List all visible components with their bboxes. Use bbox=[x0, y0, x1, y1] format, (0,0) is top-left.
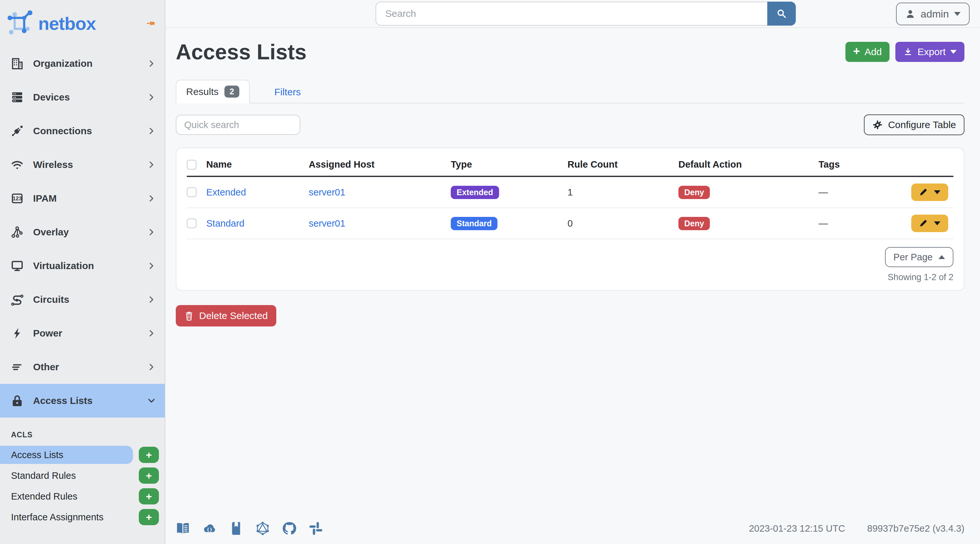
chevron-right-icon bbox=[147, 161, 156, 169]
global-search bbox=[375, 2, 796, 25]
chevron-right-icon bbox=[147, 127, 156, 135]
chevron-right-icon bbox=[147, 194, 156, 203]
monitor-icon bbox=[11, 260, 23, 272]
add-button-label: Add bbox=[865, 46, 882, 57]
sidebar-section-acls: ACLS bbox=[11, 431, 165, 439]
table-row: Standard server01 Standard 0 Deny — bbox=[187, 208, 953, 239]
add-extended-rule-button[interactable]: + bbox=[139, 488, 159, 504]
add-interface-assignment-button[interactable]: + bbox=[139, 509, 159, 525]
bolt-icon bbox=[11, 327, 23, 339]
sidebar-item-label: Organization bbox=[33, 58, 92, 69]
plug-icon bbox=[11, 125, 23, 137]
pin-icon[interactable] bbox=[146, 19, 156, 28]
search-submit-button[interactable] bbox=[767, 2, 796, 25]
search-icon bbox=[776, 8, 787, 19]
assigned-host-link[interactable]: server01 bbox=[309, 218, 345, 229]
svg-text:123: 123 bbox=[13, 196, 22, 202]
default-action-badge: Deny bbox=[678, 186, 710, 199]
rule-count-value: 0 bbox=[568, 208, 678, 239]
access-lists-table: Name Assigned Host Type Rule Count Defau… bbox=[187, 151, 953, 239]
sidebar-item-virtualization[interactable]: Virtualization bbox=[0, 249, 165, 283]
sidebar-item-ipam[interactable]: 123 IPAM bbox=[0, 181, 165, 215]
pencil-icon bbox=[919, 188, 928, 196]
sidebar-subitem-label[interactable]: Extended Rules bbox=[0, 487, 133, 506]
cloud-code-icon[interactable]: { } bbox=[202, 521, 216, 536]
add-button[interactable]: + Add bbox=[845, 42, 889, 62]
global-search-input[interactable] bbox=[375, 2, 767, 25]
edit-split-button[interactable] bbox=[911, 215, 948, 232]
sidebar-item-circuits[interactable]: Circuits bbox=[0, 283, 165, 317]
row-checkbox[interactable] bbox=[187, 218, 197, 228]
add-standard-rule-button[interactable]: + bbox=[139, 468, 159, 484]
export-button-label: Export bbox=[917, 46, 946, 57]
sidebar-item-label: IPAM bbox=[33, 193, 57, 204]
chevron-right-icon bbox=[147, 262, 156, 270]
sidebar: netbox Organization bbox=[0, 0, 165, 544]
sidebar-item-connections[interactable]: Connections bbox=[0, 114, 165, 148]
topbar: admin bbox=[165, 0, 980, 28]
type-badge: Standard bbox=[451, 217, 498, 230]
tab-results[interactable]: Results 2 bbox=[176, 80, 250, 103]
quick-search-input[interactable] bbox=[176, 115, 300, 135]
share-nodes-icon bbox=[11, 226, 23, 238]
brand-name[interactable]: netbox bbox=[38, 13, 96, 34]
column-header-name[interactable]: Name bbox=[206, 151, 309, 177]
assigned-host-link[interactable]: server01 bbox=[309, 187, 345, 197]
lock-icon bbox=[11, 394, 23, 407]
column-header-assigned-host[interactable]: Assigned Host bbox=[309, 151, 451, 177]
sidebar-subitem-label[interactable]: Interface Assignments bbox=[0, 508, 133, 526]
book-icon[interactable] bbox=[229, 521, 243, 536]
sidebar-item-overlay[interactable]: Overlay bbox=[0, 215, 165, 249]
github-icon[interactable] bbox=[282, 521, 296, 536]
delete-selected-button[interactable]: Delete Selected bbox=[176, 305, 276, 326]
sidebar-item-other[interactable]: Other bbox=[0, 350, 165, 384]
column-header-rule-count[interactable]: Rule Count bbox=[568, 151, 678, 177]
column-header-default-action[interactable]: Default Action bbox=[678, 151, 818, 177]
tab-results-label: Results bbox=[186, 86, 219, 97]
sidebar-item-devices[interactable]: Devices bbox=[0, 80, 165, 114]
export-button[interactable]: Export bbox=[896, 42, 964, 62]
plus-icon: + bbox=[853, 45, 860, 57]
row-checkbox[interactable] bbox=[187, 188, 197, 197]
caret-down-icon bbox=[954, 12, 961, 16]
user-menu-button[interactable]: admin bbox=[896, 3, 970, 25]
access-list-link[interactable]: Standard bbox=[206, 218, 245, 229]
select-all-checkbox[interactable] bbox=[187, 160, 197, 170]
sidebar-item-label: Access Lists bbox=[33, 395, 92, 406]
sidebar-item-label: Power bbox=[33, 328, 62, 339]
gear-icon bbox=[872, 119, 883, 130]
sidebar-item-access-lists[interactable]: Access Lists bbox=[0, 384, 165, 418]
per-page-button[interactable]: Per Page bbox=[885, 247, 953, 267]
trash-icon bbox=[184, 311, 194, 321]
sidebar-subitem-label[interactable]: Standard Rules bbox=[0, 466, 133, 485]
netbox-logo-icon[interactable] bbox=[6, 10, 34, 37]
sidebar-item-power[interactable]: Power bbox=[0, 317, 165, 350]
add-access-list-button[interactable]: + bbox=[139, 447, 159, 463]
sidebar-subitem-extended-rules: Extended Rules + bbox=[0, 486, 165, 507]
configure-table-button[interactable]: Configure Table bbox=[864, 115, 964, 135]
book-open-icon[interactable] bbox=[176, 521, 190, 536]
plus-icon: + bbox=[146, 471, 152, 481]
numbers-box-icon: 123 bbox=[11, 192, 23, 205]
server-icon bbox=[11, 91, 23, 103]
edit-split-button[interactable] bbox=[911, 183, 948, 201]
sidebar-subitem-label[interactable]: Access Lists bbox=[0, 446, 133, 464]
tab-filters[interactable]: Filters bbox=[264, 81, 311, 103]
graphql-icon[interactable] bbox=[256, 521, 270, 536]
slack-icon[interactable] bbox=[309, 521, 323, 536]
footer: { } 2023-01-23 12:15 UTC 89937b7e75e2 (v… bbox=[165, 521, 980, 544]
caret-down-icon bbox=[934, 190, 940, 194]
access-list-link[interactable]: Extended bbox=[206, 187, 246, 197]
sidebar-item-organization[interactable]: Organization bbox=[0, 47, 165, 80]
sidebar-item-wireless[interactable]: Wireless bbox=[0, 148, 165, 181]
results-count-badge: 2 bbox=[224, 86, 239, 98]
circuit-icon bbox=[11, 293, 23, 306]
column-header-type[interactable]: Type bbox=[451, 151, 568, 177]
chevron-right-icon bbox=[147, 59, 156, 68]
tags-value: — bbox=[818, 177, 894, 208]
plus-icon: + bbox=[146, 450, 152, 460]
column-header-tags[interactable]: Tags bbox=[818, 151, 894, 177]
content: Access Lists + Add Export Results 2 bbox=[165, 28, 980, 521]
sidebar-nav: Organization Devices bbox=[0, 47, 165, 418]
sidebar-item-label: Wireless bbox=[33, 159, 73, 170]
